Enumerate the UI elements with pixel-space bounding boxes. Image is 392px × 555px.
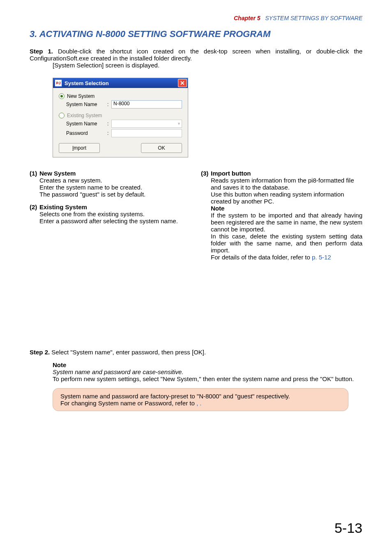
tip-link[interactable]: , .: [196, 400, 202, 407]
item-3-title: Import button: [211, 170, 251, 177]
system-selection-dialog: PJ System Selection ✕ New System System …: [53, 78, 188, 157]
sysname-label-2: System Name: [66, 121, 107, 127]
new-system-label: New System: [67, 93, 95, 99]
item-1-line-3: The password "guest" is set by default.: [39, 191, 191, 198]
step-2-note-2: To perform new system settings, select "…: [53, 375, 362, 382]
item-3-note-label: Note: [211, 205, 362, 212]
dialog-titlebar: PJ System Selection ✕: [53, 78, 188, 88]
new-system-radio-row[interactable]: New System: [59, 93, 182, 99]
running-header: Chapter 5 SYSTEM SETTINGS BY SOFTWARE: [30, 15, 362, 21]
item-2-num: (2): [30, 204, 39, 210]
step-2-note-label: Note: [53, 361, 362, 368]
new-system-name-input[interactable]: N-8000: [111, 100, 182, 109]
item-3-line-1: Reads system information from the pi8-fo…: [211, 177, 362, 191]
dialog-title-text: System Selection: [65, 80, 178, 86]
step-1-label: Step 1.: [30, 48, 53, 55]
sysname-label-1: System Name: [66, 102, 107, 107]
description-columns: (1)New System Creates a new system. Ente…: [30, 170, 362, 266]
import-button[interactable]: Import: [59, 143, 100, 153]
page-number: 5-13: [334, 520, 362, 536]
step-1: Step 1. Double-click the shortcut icon c…: [30, 48, 362, 69]
item-1-title: New System: [39, 170, 76, 177]
item-1-line-2: Enter the system name to be created.: [39, 184, 191, 191]
step-2-label: Step 2.: [30, 349, 50, 356]
item-2-line-1: Selects one from the existing systems.: [39, 210, 191, 217]
item-3-num: (3): [201, 170, 211, 177]
existing-system-name-select[interactable]: ▼: [111, 120, 182, 128]
step-1-text-2: [System Selection] screen is displayed.: [53, 62, 362, 69]
close-icon[interactable]: ✕: [178, 79, 187, 87]
item-1-line-1: Creates a new system.: [39, 177, 191, 184]
item-3-note-1: If the system to be imported and that al…: [211, 212, 362, 233]
step-2: Step 2. Select "System name", enter pass…: [30, 349, 362, 382]
chevron-down-icon: ▼: [177, 122, 181, 126]
tip-line-1: System name and password are factory-pre…: [60, 393, 341, 400]
tip-line-2: For changing System name or Password, re…: [60, 400, 341, 407]
app-icon: PJ: [55, 79, 62, 87]
item-3-note-2: In this case, delete the existing system…: [211, 233, 362, 254]
item-3-note-3: For details of the data folder, refer to…: [211, 254, 362, 261]
step-1-text-1: Double-click the shortcut icon created o…: [30, 48, 362, 62]
radio-new-system[interactable]: [59, 93, 65, 99]
item-2-title: Existing System: [39, 204, 87, 210]
item-2-line-2: Enter a password after selecting the sys…: [39, 217, 191, 224]
password-label: Password: [66, 130, 107, 136]
tip-box: System name and password are factory-pre…: [53, 388, 348, 411]
ok-button[interactable]: OK: [141, 143, 182, 153]
radio-existing-system[interactable]: [59, 113, 65, 118]
step-2-note-1: System name and password are case-sensit…: [53, 368, 183, 375]
existing-system-label: Existing System: [67, 113, 102, 118]
password-input[interactable]: [111, 129, 182, 137]
existing-system-radio-row[interactable]: Existing System: [59, 113, 182, 118]
link-p-5-12[interactable]: p. 5-12: [312, 254, 331, 261]
item-1-num: (1): [30, 170, 39, 177]
section-label: SYSTEM SETTINGS BY SOFTWARE: [265, 15, 362, 21]
item-3-line-2: Use this button when reading system info…: [211, 191, 362, 205]
chapter-label: Chapter 5: [234, 15, 261, 21]
page-heading: 3. ACTIVATING N-8000 SETTING SOFTWARE PR…: [30, 29, 362, 39]
step-2-text-1: Select "System name", enter password, th…: [51, 349, 206, 356]
